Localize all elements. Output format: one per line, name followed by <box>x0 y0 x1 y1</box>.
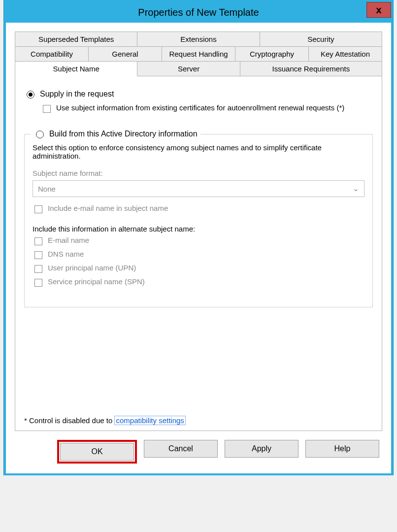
checkbox-upn[interactable] <box>34 265 42 273</box>
checkbox-dns-name[interactable] <box>34 251 42 259</box>
tab-request-handling[interactable]: Request Handling <box>162 47 235 61</box>
tab-security[interactable]: Security <box>260 32 382 46</box>
tab-row-2: Compatibility General Request Handling C… <box>15 46 382 61</box>
alt-subject-header: Include this information in alternate su… <box>33 225 364 233</box>
radio-build-from-ad-row: Build from this Active Directory informa… <box>31 129 200 138</box>
cancel-button[interactable]: Cancel <box>144 440 218 458</box>
checkbox-upn-label: User principal name (UPN) <box>48 264 136 272</box>
title-bar: Properties of New Template x <box>6 2 391 23</box>
chevron-down-icon: ⌄ <box>353 184 359 193</box>
compatibility-settings-link[interactable]: compatibility settings <box>114 416 185 425</box>
checkbox-spn-label: Service principal name (SPN) <box>48 277 145 286</box>
tab-general[interactable]: General <box>89 47 162 61</box>
footnote-text: * Control is disabled due to <box>24 416 114 425</box>
build-description: Select this option to enforce consistenc… <box>33 143 364 160</box>
ok-highlight: OK <box>57 440 137 464</box>
tab-extensions[interactable]: Extensions <box>137 32 260 46</box>
radio-build-label: Build from this Active Directory informa… <box>49 130 198 138</box>
checkbox-upn-row: User principal name (UPN) <box>33 264 364 274</box>
checkbox-email-name-label: E-mail name <box>48 236 89 244</box>
dialog-properties-new-template: Properties of New Template x Superseded … <box>4 0 393 475</box>
checkbox-use-existing-label: Use subject information from existing ce… <box>56 103 344 112</box>
checkbox-email-name[interactable] <box>34 237 42 245</box>
checkbox-dns-name-row: DNS name <box>33 250 364 261</box>
radio-supply-in-request-row: Supply in the request <box>24 89 373 99</box>
tab-issuance-requirements[interactable]: Issuance Requirements <box>240 62 382 76</box>
checkbox-dns-name-label: DNS name <box>48 250 84 258</box>
tab-cryptography[interactable]: Cryptography <box>235 47 309 61</box>
apply-button[interactable]: Apply <box>225 440 298 458</box>
tab-row-1: Superseded Templates Extensions Security <box>15 32 382 46</box>
tab-panel-subject-name: Supply in the request Use subject inform… <box>15 76 382 431</box>
dialog-title: Properties of New Template <box>138 7 259 18</box>
tab-row-3: Subject Name Server Issuance Requirement… <box>15 61 382 76</box>
group-build-from-ad: Build from this Active Directory informa… <box>24 134 373 307</box>
subject-name-format-value: None <box>38 185 56 193</box>
checkbox-use-existing[interactable] <box>43 105 51 113</box>
tab-strip: Superseded Templates Extensions Security… <box>15 32 382 76</box>
subject-name-format-label: Subject name format: <box>33 169 364 177</box>
dialog-body: Superseded Templates Extensions Security… <box>6 23 391 473</box>
footnote: * Control is disabled due to compatibili… <box>24 416 186 425</box>
checkbox-include-email-label: Include e-mail name in subject name <box>48 204 168 212</box>
radio-build-from-ad[interactable] <box>36 131 44 138</box>
radio-supply-in-request[interactable] <box>27 91 34 99</box>
checkbox-spn[interactable] <box>34 279 42 287</box>
ok-button[interactable]: OK <box>60 443 134 461</box>
checkbox-email-name-row: E-mail name <box>33 236 364 247</box>
dialog-button-row: OK Cancel Apply Help <box>15 431 382 466</box>
tab-superseded-templates[interactable]: Superseded Templates <box>15 32 137 46</box>
checkbox-include-email-row: Include e-mail name in subject name <box>33 204 364 215</box>
radio-supply-label: Supply in the request <box>40 90 114 99</box>
checkbox-include-email[interactable] <box>34 205 42 213</box>
tab-subject-name[interactable]: Subject Name <box>15 62 137 76</box>
checkbox-use-existing-row: Use subject information from existing ce… <box>41 103 373 114</box>
checkbox-spn-row: Service principal name (SPN) <box>33 277 364 288</box>
close-icon: x <box>376 4 381 16</box>
close-button[interactable]: x <box>366 2 391 18</box>
subject-name-format-select[interactable]: None ⌄ <box>33 180 364 197</box>
tab-key-attestation[interactable]: Key Attestation <box>309 47 382 61</box>
tab-server[interactable]: Server <box>137 62 240 76</box>
help-button[interactable]: Help <box>305 440 379 458</box>
tab-compatibility[interactable]: Compatibility <box>15 47 89 61</box>
